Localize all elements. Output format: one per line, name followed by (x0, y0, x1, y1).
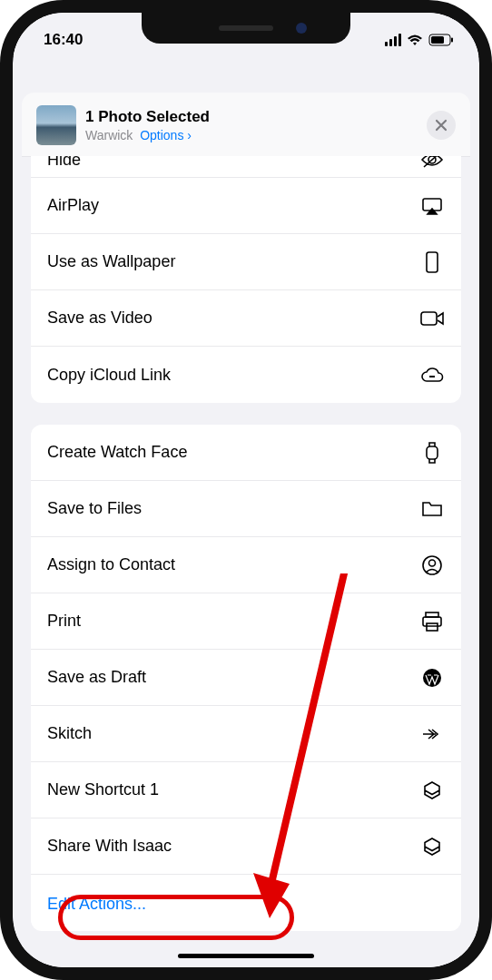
watch-icon (419, 442, 445, 464)
row-wallpaper[interactable]: Use as Wallpaper (31, 234, 461, 290)
row-airplay[interactable]: AirPlay (31, 178, 461, 234)
selection-subtitle: Warwick Options › (85, 127, 427, 143)
svg-rect-1 (431, 36, 444, 44)
svg-rect-5 (421, 312, 437, 325)
location-label: Warwick (85, 128, 133, 142)
row-save-video[interactable]: Save as Video (31, 290, 461, 347)
svg-rect-6 (427, 446, 438, 459)
svg-point-8 (429, 560, 436, 566)
airplay-icon (419, 197, 445, 215)
row-label: Save as Video (47, 309, 419, 328)
cloud-link-icon (419, 367, 445, 383)
row-label: Hide (47, 156, 419, 170)
row-skitch[interactable]: Skitch (31, 706, 461, 762)
video-icon (419, 310, 445, 327)
status-time: 16:40 (44, 31, 83, 49)
folder-icon (419, 500, 445, 518)
eye-slash-icon (419, 156, 445, 169)
wifi-icon (407, 34, 423, 46)
action-group-1: Hide AirPlay Use as Wallpaper (31, 156, 461, 403)
screen: 16:40 1 Photo Selected Warwick (13, 13, 479, 967)
row-contact[interactable]: Assign to Contact (31, 537, 461, 593)
phone-frame: 16:40 1 Photo Selected Warwick (0, 0, 492, 980)
row-label: Print (47, 612, 419, 631)
row-files[interactable]: Save to Files (31, 481, 461, 537)
row-shortcut[interactable]: New Shortcut 1 (31, 762, 461, 818)
shortcut-icon (419, 837, 445, 857)
action-group-2: Create Watch Face Save to Files Assign t… (31, 425, 461, 920)
row-copy-icloud[interactable]: Copy iCloud Link (31, 347, 461, 403)
selection-title: 1 Photo Selected (85, 107, 427, 127)
front-camera (296, 23, 307, 34)
row-watch-face[interactable]: Create Watch Face (31, 425, 461, 481)
row-print[interactable]: Print (31, 593, 461, 650)
edit-actions-label: Edit Actions... (47, 895, 146, 914)
row-label: Skitch (47, 724, 419, 743)
header-text: 1 Photo Selected Warwick Options › (85, 107, 427, 143)
row-label: Create Watch Face (47, 443, 419, 462)
sheet-header: 1 Photo Selected Warwick Options › (22, 93, 470, 157)
wordpress-icon (419, 668, 445, 688)
cellular-icon (385, 34, 401, 46)
options-link[interactable]: Options › (140, 128, 192, 142)
svg-rect-11 (427, 623, 438, 631)
notch (142, 13, 350, 44)
svg-rect-10 (423, 617, 441, 626)
row-hide[interactable]: Hide (31, 156, 461, 178)
close-icon (435, 119, 448, 132)
phone-icon (419, 251, 445, 273)
row-draft[interactable]: Save as Draft (31, 650, 461, 706)
svg-rect-2 (451, 38, 453, 43)
edit-actions-button[interactable]: Edit Actions... (31, 877, 461, 931)
row-share-with-isaac[interactable]: Share With Isaac (31, 818, 461, 875)
svg-rect-4 (427, 252, 438, 272)
shortcut-icon (419, 780, 445, 800)
speaker (219, 25, 273, 31)
chevron-right-icon: › (187, 128, 192, 142)
row-label: Assign to Contact (47, 555, 419, 574)
battery-icon (428, 34, 454, 46)
photo-thumbnail[interactable] (36, 105, 76, 145)
sheet-body[interactable]: Hide AirPlay Use as Wallpaper (22, 156, 470, 967)
skitch-icon (419, 727, 445, 741)
row-label: Share With Isaac (47, 837, 419, 856)
contact-icon (419, 555, 445, 575)
row-label: Use as Wallpaper (47, 252, 419, 271)
printer-icon (419, 612, 445, 632)
status-right (385, 34, 454, 46)
row-label: Save as Draft (47, 668, 419, 687)
row-label: AirPlay (47, 196, 419, 215)
power-button (479, 267, 483, 358)
close-button[interactable] (427, 111, 456, 140)
share-sheet: 1 Photo Selected Warwick Options › Hide (22, 93, 470, 967)
row-label: Save to Files (47, 499, 419, 518)
row-label: Copy iCloud Link (47, 366, 419, 385)
home-indicator[interactable] (178, 954, 314, 958)
row-label: New Shortcut 1 (47, 780, 419, 799)
